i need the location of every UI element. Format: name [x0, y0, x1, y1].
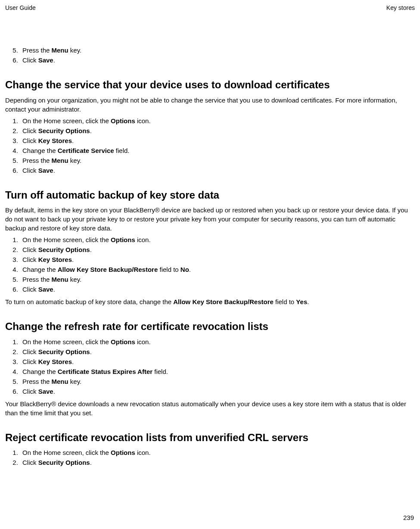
section-intro: Depending on your organization, you migh… [5, 96, 415, 114]
step-item: Click Security Options. [20, 347, 415, 356]
step-item: Click Save. [20, 166, 415, 175]
step-item: Click Save. [20, 285, 415, 294]
section-heading: Change the service that your device uses… [5, 78, 415, 92]
step-item: Click Security Options. [20, 126, 415, 135]
step-item: Click Security Options. [20, 245, 415, 254]
step-item: Click Security Options. [20, 458, 415, 467]
step-item: Change the Certificate Service field. [20, 146, 415, 155]
step-list: On the Home screen, click the Options ic… [5, 448, 415, 467]
step-item: Click Key Stores. [20, 136, 415, 145]
page-content: Press the Menu key.Click Save. Change th… [5, 46, 415, 467]
section-heading: Turn off automatic backup of key store d… [5, 188, 415, 202]
page: User Guide Key stores Press the Menu key… [0, 0, 420, 529]
step-item: Change the Allow Key Store Backup/Restor… [20, 265, 415, 274]
page-header: User Guide Key stores [5, 4, 415, 11]
section-heading: Reject certificate revocation lists from… [5, 430, 415, 445]
page-number: 239 [403, 514, 414, 521]
step-list: On the Home screen, click the Options ic… [5, 235, 415, 294]
step-item: Press the Menu key. [20, 156, 415, 165]
step-list: On the Home screen, click the Options ic… [5, 337, 415, 396]
section-heading: Change the refresh rate for certificate … [5, 319, 415, 334]
step-item: Change the Certificate Status Expires Af… [20, 367, 415, 376]
step-list: On the Home screen, click the Options ic… [5, 116, 415, 175]
step-item: On the Home screen, click the Options ic… [20, 116, 415, 125]
step-item: Click Key Stores. [20, 357, 415, 366]
section-intro: By default, items in the key store on yo… [5, 205, 415, 233]
step-item: Click Save. [20, 387, 415, 396]
intro-steps: Press the Menu key.Click Save. [5, 46, 415, 65]
section-note: To turn on automatic backup of key store… [5, 297, 415, 306]
header-left: User Guide [5, 4, 36, 11]
header-right: Key stores [386, 4, 415, 11]
step-item: Press the Menu key. [20, 377, 415, 386]
step-item: On the Home screen, click the Options ic… [20, 235, 415, 244]
step-item: Click Key Stores. [20, 255, 415, 264]
step-item: Click Save. [20, 56, 415, 65]
step-item: On the Home screen, click the Options ic… [20, 337, 415, 346]
step-item: Press the Menu key. [20, 46, 415, 55]
step-item: Press the Menu key. [20, 275, 415, 284]
section-note: Your BlackBerry® device downloads a new … [5, 399, 415, 417]
step-item: On the Home screen, click the Options ic… [20, 448, 415, 457]
